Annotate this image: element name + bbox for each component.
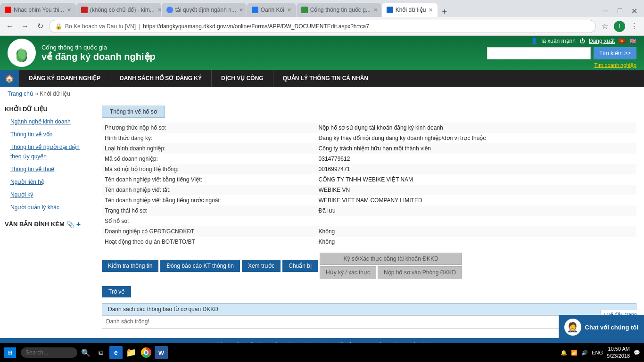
field-value: Không (316, 237, 636, 247)
attach-add-icon[interactable]: + (76, 220, 81, 229)
flag-vn[interactable]: 🇻🇳 (619, 38, 626, 44)
taskbar-task-view[interactable]: ⧉ (94, 346, 107, 359)
close-report-button[interactable]: Đóng báo cáo KT thông tin (160, 260, 240, 272)
tab-google-close[interactable]: ✕ (239, 7, 243, 13)
field-label: Tên doanh nghiệp viết bằng tiếng Việt: (102, 174, 316, 185)
main-area: KHỞI DỮ LIỆU Ngành nghề kinh doanh Thông… (0, 101, 644, 333)
field-label: Mã số doanh nghiệp: (102, 154, 316, 164)
chat-label: Chat với chúng tôi (585, 324, 638, 331)
submit-button[interactable]: Nộp hồ sơ vào Phòng ĐKKD (378, 266, 462, 279)
notifications-header: Danh sách các thông báo từ cơ quan ĐKKD (102, 303, 636, 315)
user-name: lã xuân mạnh (542, 38, 576, 44)
chat-avatar: 🤵 (564, 319, 581, 336)
tab-active-close[interactable]: ✕ (429, 7, 433, 13)
sign-button[interactable]: Ký số/Xác thực bằng tài khoản ĐKKD (320, 253, 462, 265)
sidebar-item-nguoi-ky[interactable]: Người ký (5, 189, 89, 201)
taskbar-time-date[interactable]: 10:50 AM 9/23/2018 (607, 346, 630, 360)
new-tab-button[interactable]: + (438, 7, 451, 17)
tab-gmail[interactable]: (không có chủ đề) - kim... ✕ (76, 3, 161, 17)
tab-gov-close[interactable]: ✕ (373, 7, 378, 13)
youtube-icon (5, 7, 11, 13)
nav-home[interactable]: 🏠 (0, 70, 19, 87)
prepare-button[interactable]: Chuẩn bị (282, 260, 318, 272)
minimize-button[interactable]: ─ (600, 5, 612, 17)
tab-facebook[interactable]: Oanh Kôi ✕ (247, 3, 296, 17)
field-label: Tên doanh nghiệp viết tắt: (102, 185, 316, 195)
cancel-sign-button[interactable]: Hủy ký / xác thực (320, 266, 376, 279)
tab-gov-label: Cổng thông tin quốc g... (310, 7, 371, 13)
taskbar-ie[interactable]: e (109, 346, 123, 359)
taskbar-word[interactable]: W (155, 346, 168, 359)
sidebar-item-von[interactable]: Thông tin về vốn (5, 128, 89, 141)
nav-danh-sach[interactable]: DANH SÁCH HỒ SƠ ĐĂNG KÝ (110, 70, 211, 87)
search-input[interactable] (487, 47, 591, 59)
search-button[interactable]: Tìm kiếm >> (594, 47, 636, 59)
form-tab-header[interactable]: Thông tin về hồ sơ (102, 106, 165, 118)
address-bar[interactable]: 🔒 Bo Ke hoach va Dau tu [VN] | https://d… (49, 20, 596, 33)
table-row: Trạng thái hồ sơ: Đã lưu (102, 206, 636, 216)
sidebar-item-nguoi-quan-ly[interactable]: Người quản lý khác (5, 201, 89, 214)
start-button[interactable]: ⊞ (4, 347, 16, 358)
more-button[interactable]: ⋮ (628, 20, 640, 33)
sidebar-attach-section: VĂN BẢN ĐÍNH KÈM 📎 + (5, 220, 89, 229)
tab-youtube-close[interactable]: ✕ (67, 7, 71, 13)
taskbar-notification[interactable]: 🔔 (561, 350, 567, 356)
profile-button[interactable]: I (614, 21, 625, 32)
check-button[interactable]: Kiểm tra thông tin (102, 260, 158, 272)
gov-icon (301, 7, 308, 13)
tab-active[interactable]: Khởi dữ liệu ✕ (382, 3, 438, 17)
back-button[interactable]: ← (4, 20, 16, 33)
taskbar-chrome[interactable] (140, 346, 153, 359)
field-label: Phương thức nộp hồ sơ: (102, 123, 316, 133)
taskbar-network[interactable]: 📶 (571, 350, 578, 356)
taskbar-volume[interactable]: 🔊 (581, 350, 588, 356)
nav-quan-ly[interactable]: QUẢN LÝ THÔNG TIN CÁ NHÂN (273, 70, 378, 87)
refresh-button[interactable]: ↻ (34, 20, 46, 33)
table-row: Số hồ sơ: (102, 216, 636, 226)
flag-en[interactable]: 🇬🇧 (629, 38, 636, 44)
breadcrumb-separator: » (35, 90, 38, 97)
taskbar-action-center[interactable]: 💬 (634, 350, 640, 356)
site-header: Cổng thông tin quốc gia về đăng ký doanh… (0, 36, 644, 70)
back-button[interactable]: Trở về (102, 286, 131, 297)
attach-icon[interactable]: 📎 (66, 221, 74, 228)
action-row: Kiểm tra thông tin Đóng báo cáo KT thông… (102, 253, 636, 279)
logout-label[interactable]: Đăng xuất (589, 38, 615, 44)
table-row: Mã số doanh nghiệp: 0314779612 (102, 154, 636, 164)
field-label: Mã số nội bộ trong Hệ thống: (102, 164, 316, 174)
sidebar-item-thue[interactable]: Thông tin về thuế (5, 163, 89, 176)
sidebar-item-nguoi-lien-he[interactable]: Người liên hệ (5, 176, 89, 189)
logo (8, 39, 36, 67)
active-tab-icon (387, 7, 393, 13)
nav-dich-vu[interactable]: DỊCH VỤ CÔNG (211, 70, 273, 87)
tab-youtube[interactable]: Nhac phim Yeu thi... ✕ (0, 3, 76, 17)
breadcrumb-home[interactable]: Trang chủ (8, 90, 33, 97)
taskbar-lang[interactable]: ENG (592, 350, 603, 355)
nav-dang-ky[interactable]: ĐĂNG KÝ DOANH NGHIỆP (19, 70, 110, 87)
table-row: Hoạt động theo dự án BOT/BTO/BT Không (102, 237, 636, 247)
close-button[interactable]: ✕ (628, 5, 640, 17)
tab-gmail-label: (không có chủ đề) - kim... (90, 7, 155, 13)
tab-gov[interactable]: Cổng thông tin quốc g... ✕ (297, 3, 381, 17)
taskbar-search[interactable] (21, 346, 77, 359)
tab-facebook-close[interactable]: ✕ (287, 7, 291, 13)
bookmark-button[interactable]: ☆ (599, 20, 611, 33)
preview-button[interactable]: Xem trước (242, 260, 281, 272)
sidebar: KHỞI DỮ LIỆU Ngành nghề kinh doanh Thông… (0, 101, 94, 333)
chat-widget[interactable]: 🤵 Chat với chúng tôi (559, 315, 644, 339)
forward-button[interactable]: → (19, 20, 31, 33)
taskbar-cortana[interactable]: 🔍 (79, 346, 92, 359)
field-value (316, 216, 636, 226)
sidebar-item-nguoi-dai-dien[interactable]: Thông tin về người đại diện theo ủy quyề… (5, 141, 89, 163)
tab-gmail-close[interactable]: ✕ (157, 7, 161, 13)
taskbar-explorer[interactable]: 📁 (124, 346, 138, 359)
windows-icon: ⊞ (8, 349, 12, 356)
field-value: Nộp hồ sơ sử dụng tài khoản đăng ký kinh… (316, 123, 636, 133)
tab-google[interactable]: tải quyết định ngành n... ✕ (162, 3, 247, 17)
taskbar: ⊞ 🔍 ⧉ e 📁 W 🔔 📶 🔊 ENG (0, 343, 644, 362)
url-prefix: Bo Ke hoach va Dau tu [VN] (65, 23, 136, 30)
url-separator: | (139, 23, 140, 30)
find-company-link[interactable]: Tìm doanh nghiệp (594, 62, 636, 68)
maximize-button[interactable]: □ (614, 5, 626, 17)
sidebar-item-nganh-nghe[interactable]: Ngành nghề kinh doanh (5, 115, 89, 128)
